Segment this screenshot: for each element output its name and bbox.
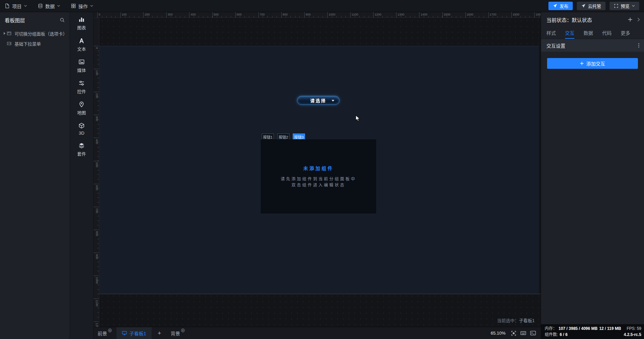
grid-icon	[71, 3, 76, 8]
console-button[interactable]	[530, 330, 536, 336]
tab-panel-icon	[7, 31, 12, 36]
circle-plus-icon[interactable]	[181, 329, 185, 332]
tool-charts[interactable]: 图表	[77, 16, 86, 31]
ruler-tick-label: 1500	[442, 12, 450, 18]
ruler-horizontal: 0100200300400500600700800900100011001200…	[94, 12, 541, 18]
tab-data[interactable]: 数据	[584, 27, 593, 39]
file-icon	[5, 3, 10, 8]
ruler-tick-label: 0	[94, 46, 99, 49]
cloud-hosting-button[interactable]: 云托管	[577, 2, 606, 10]
tab-button-label: 按钮2	[279, 134, 288, 140]
more-options-icon[interactable]	[637, 42, 641, 49]
fit-screen-button[interactable]	[511, 331, 516, 336]
tool-kits[interactable]: 套件	[77, 142, 86, 157]
components-label: 组件数:	[545, 332, 558, 337]
circle-plus-icon[interactable]	[108, 329, 112, 332]
menu-label: 操作	[78, 3, 88, 9]
tab-more[interactable]: 更多	[621, 27, 630, 39]
ruler-tick-label: 1100	[94, 299, 99, 306]
ruler-tick-label: 400	[94, 138, 99, 144]
empty-group-panel[interactable]: 未添加组件 请先添加组件到当前分组面板中 双击组件进入编辑状态	[261, 139, 376, 214]
status-bar: 内存： 107 / 3985 / 4096 MB 12 / 119 MB FPS…	[541, 324, 644, 339]
menu-data[interactable]: 数据	[38, 3, 60, 9]
ruler-tick-label: 800	[94, 230, 99, 236]
artboard-bottom-edge	[94, 294, 541, 294]
ruler-tick-label: 1300	[396, 12, 404, 18]
foreground-button[interactable]: 前景	[98, 330, 112, 337]
status-row-memory: 内存： 107 / 3985 / 4096 MB 12 / 119 MB FPS…	[545, 326, 641, 331]
subboard-tab[interactable]: 子看板1	[117, 327, 152, 339]
dropdown-component[interactable]: 请选择	[297, 96, 340, 105]
memory-label: 内存：	[545, 326, 557, 331]
tool-map[interactable]: 地图	[77, 101, 86, 116]
ruler-tick-label: 1800	[511, 12, 519, 18]
tool-label: 地图	[77, 109, 86, 116]
background-button[interactable]: 背景	[171, 330, 185, 337]
tool-text[interactable]: 文本	[77, 37, 86, 52]
layer-item-dropdown[interactable]: 基础下拉菜单	[0, 38, 70, 49]
ruler-tick-label: 1600	[465, 12, 473, 18]
layers-panel-header: 看板图层	[0, 12, 70, 28]
ruler-tick-label: 200	[94, 92, 99, 98]
tool-widgets[interactable]: 控件	[77, 80, 86, 94]
database-icon	[38, 3, 43, 8]
tool-3d[interactable]: 3D	[78, 122, 85, 136]
add-tab-button[interactable]: +	[158, 330, 161, 336]
add-interaction-button[interactable]: 添加交互	[547, 58, 638, 69]
placeholder-title: 未添加组件	[303, 165, 334, 171]
artboard[interactable]: 请选择 按钮1 按钮2 按钮3 未添加组件 请先添加组件到当前分组面板中 双击组…	[97, 46, 539, 294]
state-header-title: 当前状态：默认状态	[546, 16, 592, 23]
layer-item-group-panel[interactable]: 可切换分组面板（选项卡）	[0, 28, 70, 38]
dropdown-caret-icon	[332, 100, 334, 102]
topbar-actions: 发布 云托管 预览	[548, 2, 639, 10]
zoom-level[interactable]: 65.10%	[491, 331, 506, 336]
tool-media[interactable]: 媒体	[77, 59, 86, 73]
layers-panel: 看板图层 可切换分组面板（选项卡） 基础下拉菜单	[0, 12, 70, 339]
monitor-icon	[122, 331, 127, 336]
ruler-tick-label: 600	[235, 12, 242, 18]
ruler-tick-label: 500	[212, 12, 219, 18]
ruler-tick-label: 1200	[94, 321, 99, 327]
media-icon	[78, 59, 85, 65]
tool-label: 套件	[77, 150, 86, 157]
menu-operations[interactable]: 操作	[71, 3, 93, 9]
menu-label: 数据	[45, 3, 55, 9]
send-icon	[581, 4, 586, 8]
cube-icon	[78, 122, 85, 129]
keyboard-shortcuts-button[interactable]	[520, 330, 526, 336]
search-icon[interactable]	[60, 18, 65, 23]
ruler-tick-label: 900	[94, 253, 99, 259]
tab-code[interactable]: 代码	[602, 27, 612, 39]
ruler-tick-label: 1200	[373, 12, 381, 18]
ruler-tick-label: 1100	[350, 12, 358, 18]
ruler-tick-label: 1000	[327, 12, 335, 18]
placeholder-line: 双击组件进入编辑状态	[291, 182, 345, 188]
chevron-down-icon	[24, 5, 27, 7]
publish-button[interactable]: 发布	[548, 2, 573, 10]
chart-icon	[78, 16, 85, 23]
selection-name: 子看板1	[519, 318, 535, 323]
background-label: 背景	[171, 330, 180, 337]
add-state-icon[interactable]	[628, 17, 633, 22]
version-value: 4.2.5-rc.5	[624, 332, 641, 337]
right-panel-tabs: 样式 交互 数据 代码 更多	[541, 27, 644, 39]
tab-style[interactable]: 样式	[546, 27, 556, 39]
interaction-settings-header: 交互设置	[541, 39, 644, 52]
ruler-tick-label: 900	[304, 12, 311, 18]
fps-value: FPS: 59	[627, 326, 641, 331]
fullscreen-icon	[614, 4, 618, 8]
terminal-icon	[530, 330, 536, 336]
status-row-components: 组件数: 6 / 6 4.2.5-rc.5	[545, 332, 641, 337]
map-pin-icon	[78, 101, 85, 108]
canvas-area[interactable]: 0100200300400500600700800900100011001200…	[94, 12, 541, 327]
interaction-settings-title: 交互设置	[546, 42, 565, 49]
tab-interaction[interactable]: 交互	[565, 27, 574, 39]
expand-caret-icon[interactable]	[2, 32, 7, 35]
preview-button[interactable]: 预览	[610, 2, 639, 10]
top-bar: 项目 数据 操作 发布 云托管	[0, 0, 644, 12]
chevron-right-icon[interactable]	[637, 18, 640, 22]
menu-project[interactable]: 项目	[5, 3, 27, 9]
ruler-tick-label: 500	[94, 161, 99, 167]
top-menus: 项目 数据 操作	[5, 3, 93, 9]
tool-label: 控件	[77, 88, 86, 94]
